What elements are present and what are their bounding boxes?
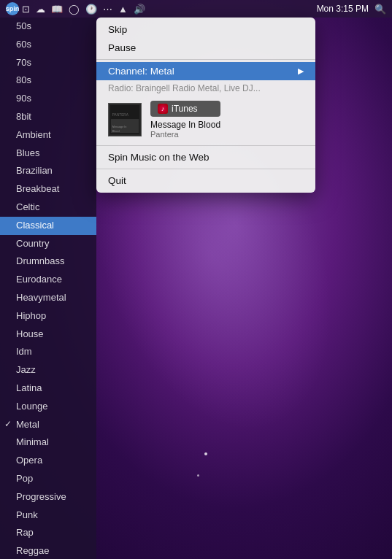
sidebar-item-punk[interactable]: Punk	[0, 506, 96, 525]
sidebar-item-drumnbass[interactable]: Drumnbass	[0, 252, 96, 271]
sidebar-item-70s[interactable]: 70s	[0, 54, 96, 72]
song-info: Message In Blood Pantera	[150, 120, 220, 139]
sidebar-item-house[interactable]: House	[0, 325, 96, 344]
sidebar-item-rap[interactable]: Rap	[0, 524, 96, 542]
sidebar-item-hiphop[interactable]: Hiphop	[0, 307, 96, 325]
spin-icon-label: spin	[6, 5, 20, 12]
star-decoration-2	[197, 474, 199, 477]
itunes-logo-icon: ♪	[158, 104, 168, 114]
channel-menu-item[interactable]: Channel: Metal ▶	[96, 62, 315, 80]
sidebar-item-country[interactable]: Country	[0, 235, 96, 253]
album-row: PANTERA Message In Blood ♪ iTunes Messag…	[96, 96, 315, 143]
menubar-time: Mon 3:15 PM	[317, 4, 369, 14]
cloud-icon[interactable]: ☁	[36, 4, 45, 15]
menubar-right: Mon 3:15 PM 🔍	[317, 4, 386, 15]
sidebar: 50s60s70s80s90s8bitAmbientBluesBrazilian…	[0, 18, 96, 559]
quit-menu-item[interactable]: Quit	[96, 171, 315, 190]
pause-menu-item[interactable]: Pause	[96, 39, 315, 57]
sidebar-item-reggae[interactable]: Reggae	[0, 542, 96, 559]
album-art-svg: PANTERA Message In Blood	[109, 103, 141, 136]
sidebar-item-80s[interactable]: 80s	[0, 72, 96, 90]
sidebar-item-8bit[interactable]: 8bit	[0, 108, 96, 126]
dropdown-menu: Skip Pause Channel: Metal ▶ Radio: Brain…	[96, 18, 315, 193]
svg-text:Message In: Message In	[112, 126, 127, 128]
sidebar-item-jazz[interactable]: Jazz	[0, 361, 96, 379]
sidebar-item-opera[interactable]: Opera	[0, 452, 96, 470]
menubar-left: spin ⊡ ☁ 📖 ◯ 🕐 ⋯ ▲ 🔊	[6, 2, 145, 15]
sidebar-item-blues[interactable]: Blues	[0, 144, 96, 163]
sidebar-item-ambient[interactable]: Ambient	[0, 126, 96, 144]
sidebar-item-50s[interactable]: 50s	[0, 18, 96, 36]
sidebar-item-idm[interactable]: Idm	[0, 343, 96, 361]
book-icon[interactable]: 📖	[51, 4, 63, 15]
album-art: PANTERA Message In Blood	[108, 103, 142, 136]
window-icon[interactable]: ⊡	[22, 4, 30, 15]
wifi-icon[interactable]: ▲	[118, 4, 128, 15]
sidebar-item-heavymetal[interactable]: Heavymetal	[0, 289, 96, 307]
channel-arrow-icon: ▶	[298, 66, 304, 76]
sidebar-item-eurodance[interactable]: Eurodance	[0, 271, 96, 289]
sidebar-item-pop[interactable]: Pop	[0, 470, 96, 488]
svg-text:Blood: Blood	[112, 130, 120, 133]
star-decoration	[204, 452, 207, 455]
spin-app-icon[interactable]: spin	[6, 2, 19, 15]
separator-1	[96, 59, 315, 60]
dots-icon[interactable]: ⋯	[103, 4, 112, 15]
channel-label: Channel: Metal	[108, 66, 174, 77]
clock-icon[interactable]: 🕐	[85, 4, 97, 15]
web-menu-item[interactable]: Spin Music on the Web	[96, 148, 315, 166]
itunes-label: iTunes	[172, 104, 198, 114]
sidebar-item-60s[interactable]: 60s	[0, 36, 96, 54]
sidebar-item-progressive[interactable]: Progressive	[0, 488, 96, 506]
song-title: Message In Blood	[150, 120, 220, 130]
sidebar-item-celtic[interactable]: Celtic	[0, 198, 96, 217]
song-artist: Pantera	[150, 130, 220, 139]
radio-label: Radio: Braingell Radio Metal, Live DJ...	[96, 80, 315, 96]
skip-menu-item[interactable]: Skip	[96, 20, 315, 39]
sidebar-item-90s[interactable]: 90s	[0, 90, 96, 108]
sidebar-item-minimal[interactable]: Minimal	[0, 433, 96, 452]
sidebar-item-classical[interactable]: Classical	[0, 217, 96, 235]
circle-icon[interactable]: ◯	[69, 4, 80, 15]
separator-2	[96, 145, 315, 146]
itunes-button[interactable]: ♪ iTunes	[150, 101, 220, 117]
menubar-icons: ⊡ ☁ 📖 ◯ 🕐 ⋯ ▲ 🔊	[22, 4, 145, 15]
album-right: ♪ iTunes Message In Blood Pantera	[150, 101, 220, 139]
separator-3	[96, 169, 315, 169]
svg-text:PANTERA: PANTERA	[112, 113, 129, 117]
sidebar-item-latina[interactable]: Latina	[0, 379, 96, 398]
sidebar-item-lounge[interactable]: Lounge	[0, 398, 96, 416]
album-art-inner: PANTERA Message In Blood	[109, 104, 141, 136]
sidebar-item-breakbeat[interactable]: Breakbeat	[0, 180, 96, 198]
sidebar-item-brazilian[interactable]: Brazilian	[0, 162, 96, 180]
sidebar-item-metal[interactable]: Metal	[0, 416, 96, 434]
volume-icon[interactable]: 🔊	[134, 4, 145, 15]
search-icon[interactable]: 🔍	[374, 4, 386, 15]
menubar: spin ⊡ ☁ 📖 ◯ 🕐 ⋯ ▲ 🔊 Mon 3:15 PM 🔍	[0, 0, 392, 18]
